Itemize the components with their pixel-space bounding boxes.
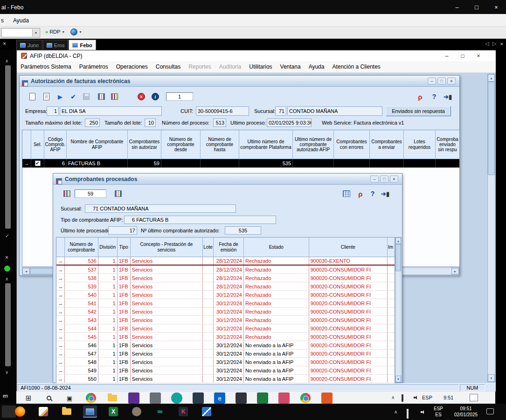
menu-ventana[interactable]: Ventana (280, 63, 301, 70)
modal-grid-row[interactable]: →53611FBServicios28/12/2024Rechazado9000… (56, 257, 395, 266)
chevron-down-icon[interactable]: ▼ (32, 29, 39, 36)
app-gray-icon[interactable] (150, 392, 161, 404)
enviados-sin-respuesta-button[interactable]: Enviados sin respuesta (386, 106, 451, 116)
tab-scroll-left-icon[interactable]: ◁ (485, 41, 489, 47)
sucursal-code-field[interactable]: 71 (275, 106, 286, 116)
menu-ayuda[interactable]: Ayuda (13, 17, 29, 24)
clock[interactable]: 9:51 (444, 395, 453, 400)
afip-titlebar[interactable]: AFIP (dbELDIA - CP) – □ × (17, 50, 496, 61)
modal-grid-row[interactable]: →54511FBServicios30/12/2024Rechazado9000… (56, 333, 395, 341)
auth-titlebar[interactable]: Autorización de facturas electrónicas – … (20, 76, 459, 87)
language-switcher[interactable]: ESP ES (434, 406, 443, 418)
menu-parametros-sistema[interactable]: Parámetros Sistema (21, 63, 71, 70)
rdp-button[interactable]: » RDP ▼ (43, 28, 67, 35)
menu-auditoria[interactable]: Auditoria (219, 63, 241, 70)
process-counter-field[interactable]: 1 (166, 92, 193, 101)
pen-app-button[interactable] (200, 406, 214, 418)
tab-scroll-right-icon[interactable]: ▷ (492, 41, 496, 47)
cancel-button[interactable]: × (136, 91, 146, 102)
chevron-down-icon[interactable]: ∨ (5, 370, 8, 375)
task-view-button[interactable]: ▣ (64, 392, 75, 404)
exit-button[interactable]: ➔▮ (442, 91, 453, 102)
empresa-code-field[interactable]: 1 (47, 106, 59, 116)
new-button[interactable] (27, 91, 37, 102)
chrome-taskbar-button[interactable] (85, 392, 97, 404)
filter-button[interactable]: ρ (355, 189, 366, 199)
menu-consultas[interactable]: Consultas (156, 63, 180, 70)
minimize-icon[interactable]: – (370, 175, 379, 182)
close-icon[interactable]: × (447, 77, 456, 84)
table-view-button[interactable] (341, 189, 352, 199)
menu-ayuda[interactable]: Ayuda (309, 63, 325, 70)
scroll-right-icon[interactable]: ► (451, 268, 459, 274)
network-icon[interactable] (402, 394, 403, 402)
menu-parametros[interactable]: Parámetros (79, 63, 108, 70)
modal-grid-row[interactable]: →54711FBServicios30/12/2024No enviado a … (56, 350, 395, 358)
search-button[interactable] (43, 393, 55, 403)
ultimo-autorizado-field[interactable]: 535 (225, 226, 261, 235)
cuit-field[interactable]: 30-50009415-6 (196, 106, 249, 116)
scroll-up-icon[interactable]: ▲ (488, 74, 495, 82)
sucursal-field[interactable]: 71 CONTADO MAÑANA (85, 204, 236, 213)
maximize-icon[interactable]: □ (437, 77, 446, 84)
menu-atencion-clientes[interactable]: Atención a Clientes (332, 63, 380, 70)
notification-center-icon[interactable] (470, 394, 478, 401)
menu-reportes[interactable]: Reportes (188, 63, 211, 70)
browser-taskbar-button[interactable] (300, 392, 311, 404)
lote-field[interactable]: 10 (145, 119, 156, 127)
tab-juno[interactable]: Juno (16, 40, 42, 50)
spreadsheet-icon[interactable] (257, 392, 268, 404)
obs-button[interactable]: ∞ (153, 406, 167, 418)
paint-button[interactable] (36, 406, 50, 418)
chevron-up-icon[interactable]: ∧ (5, 58, 8, 63)
empresa-name-field[interactable]: EL DIA SA (60, 106, 162, 116)
minimize-icon[interactable]: – (447, 0, 467, 14)
rdp-manager-button[interactable] (83, 406, 97, 418)
procesados-titlebar[interactable]: Comprobantes procesados – □ × (53, 174, 402, 185)
app-purple-icon[interactable] (128, 392, 139, 404)
scroll-down-icon[interactable]: ▼ (488, 374, 495, 382)
maximize-icon[interactable]: □ (467, 0, 486, 14)
excel-button[interactable]: X (106, 406, 120, 418)
minimize-icon[interactable]: – (428, 77, 436, 84)
columns-button[interactable] (96, 91, 106, 102)
filter-button[interactable]: ρ (415, 91, 425, 102)
globe-button[interactable]: ▼ (68, 28, 84, 36)
app-orange-icon[interactable] (321, 392, 333, 404)
close-icon[interactable]: × (390, 175, 398, 182)
gimp-button[interactable] (130, 406, 144, 418)
lote-max-field[interactable]: 250 (85, 119, 100, 127)
clock[interactable]: 09:51 02/01/2025 (451, 406, 481, 418)
edge-icon[interactable]: e (214, 392, 225, 404)
network-icon[interactable] (407, 409, 409, 419)
modal-grid-row[interactable]: →54411FBServicios30/12/2024Rechazado9000… (56, 324, 395, 333)
close-icon[interactable]: × (471, 50, 486, 61)
modal-grid-row[interactable]: →54311FBServicios30/12/2024Rechazado9000… (56, 316, 395, 324)
keepass-button[interactable]: K (176, 406, 190, 418)
explorer-taskbar-button[interactable] (107, 393, 118, 403)
app-black-icon[interactable] (236, 392, 247, 404)
tabbar-close-icon[interactable]: × (500, 41, 503, 47)
outer-titlebar[interactable]: al - Febo – □ × (0, 0, 506, 14)
ultimo-lote-field[interactable]: 17 (108, 226, 137, 235)
proceso-field[interactable]: 513 (213, 119, 226, 127)
columns-button[interactable] (113, 189, 123, 199)
notification-center-icon[interactable] (486, 408, 494, 414)
save-button[interactable] (81, 91, 91, 102)
comprobantes-grid[interactable]: Número de comprobante División Tipo Conc… (56, 237, 395, 383)
app-pink-icon[interactable] (278, 392, 290, 404)
minimize-icon[interactable]: – (439, 50, 455, 61)
panel-close-icon[interactable]: × (3, 41, 6, 47)
info-button[interactable]: i (150, 91, 160, 102)
modal-grid-row[interactable]: →54911FBServicios30/12/2024No enviado a … (56, 366, 395, 375)
vertical-scrollbar[interactable]: ▲ ▼ (395, 237, 402, 383)
export-button[interactable] (62, 189, 72, 199)
chevron-up-icon[interactable]: ∧ (5, 276, 8, 281)
explorer-button[interactable] (60, 406, 74, 418)
modal-grid-row[interactable]: →54011FBServicios30/12/2024Rechazado9000… (56, 291, 395, 299)
tipo-comprobante-field[interactable]: 6 FACTURAS B (124, 216, 276, 224)
scrollbar-thumb[interactable] (395, 244, 401, 271)
sucursal-name-field[interactable]: CONTADO MAÑANA (287, 106, 382, 116)
maximize-icon[interactable]: □ (380, 175, 388, 182)
confirm-button[interactable]: ✔ (68, 91, 78, 102)
